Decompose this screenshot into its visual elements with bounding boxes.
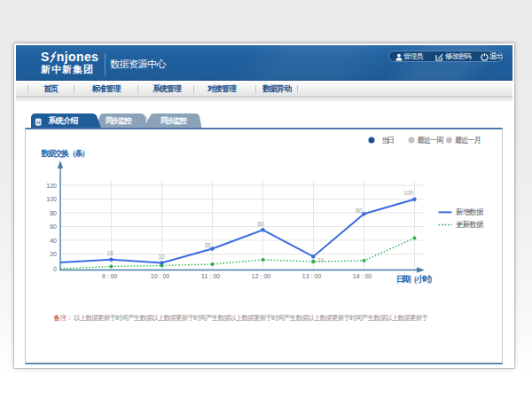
svg-text:9 : 00: 9 : 00	[102, 272, 118, 278]
svg-text:120: 120	[46, 182, 57, 188]
svg-text:20: 20	[50, 251, 57, 257]
svg-text:新增数据: 新增数据	[456, 207, 484, 216]
svg-text:最近一周: 最近一周	[418, 136, 444, 145]
svg-text:同步监控: 同步监控	[160, 116, 188, 125]
svg-text:80: 80	[50, 209, 57, 215]
svg-text:35: 35	[204, 241, 211, 247]
svg-text:10: 10	[317, 257, 325, 263]
svg-text:40: 40	[50, 237, 57, 243]
svg-text:18: 18	[106, 250, 113, 256]
svg-text:10: 10	[158, 254, 165, 260]
svg-text:60: 60	[257, 221, 264, 227]
svg-text:10 : 00: 10 : 00	[151, 272, 170, 278]
svg-text:日期（小时）: 日期（小时）	[396, 274, 437, 285]
svg-text:13 : 00: 13 : 00	[302, 272, 322, 278]
svg-text:60: 60	[50, 223, 57, 230]
svg-text:100: 100	[403, 190, 413, 196]
svg-text:0: 0	[53, 265, 57, 271]
svg-text:14 : 00: 14 : 00	[353, 272, 372, 278]
svg-text:同步监控: 同步监控	[106, 116, 133, 125]
svg-text:当日: 当日	[381, 136, 395, 145]
svg-text:更新数据: 更新数据	[456, 220, 484, 229]
svg-text:80: 80	[356, 207, 363, 213]
svg-text:数据交换（条）: 数据交换（条）	[41, 149, 90, 158]
svg-text:系统介绍: 系统介绍	[48, 116, 79, 125]
svg-text:12 : 00: 12 : 00	[252, 272, 271, 278]
svg-text:100: 100	[46, 196, 57, 202]
svg-text:最近一月: 最近一月	[455, 136, 481, 145]
svg-text:以上数据更新于时间产生数据以上数据更新于时间产生数据以上数据: 以上数据更新于时间产生数据以上数据更新于时间产生数据以上数据更新于时间产生数据以…	[74, 313, 429, 321]
svg-text:11 : 00: 11 : 00	[201, 272, 220, 278]
svg-text:备注：: 备注：	[54, 313, 74, 321]
